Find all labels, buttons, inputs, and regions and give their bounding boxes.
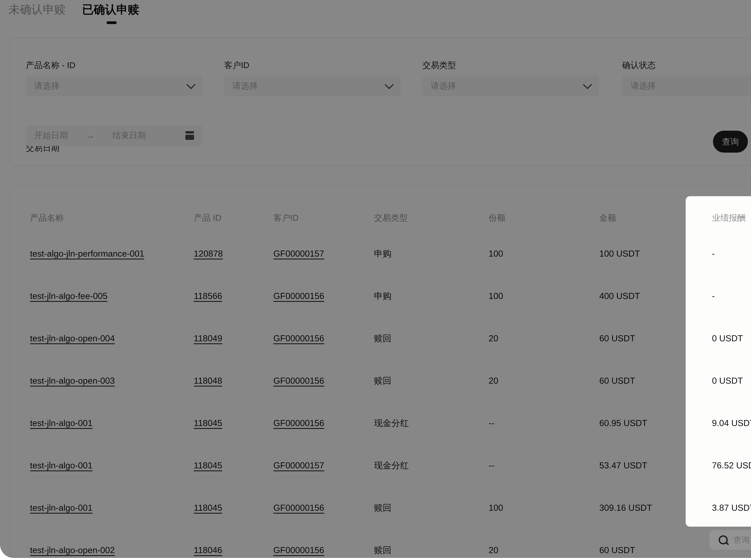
cell-performance-fee: 76.52 USDT	[712, 459, 751, 472]
cell-performance-fee: 3.87 USDT	[712, 502, 751, 514]
cell-performance-fee: 0 USDT	[712, 332, 743, 344]
quick-search-input[interactable]: 查询	[709, 530, 751, 550]
cell-performance-fee: -	[712, 247, 715, 260]
app-window: 未确认申赎 已确认申赎 产品名称 - ID 请选择 客户ID 请选择 交易类型	[0, 0, 751, 558]
screen: 未确认申赎 已确认申赎 产品名称 - ID 请选择 客户ID 请选择 交易类型	[0, 0, 751, 560]
spotlight-performance-column: 业绩报酬 --0 USDT0 USDT9.04 USDT76.52 USDT3.…	[686, 196, 751, 527]
search-icon	[719, 535, 728, 544]
cell-performance-fee: -	[712, 290, 715, 302]
cell-performance-fee: 0 USDT	[712, 375, 743, 387]
search-placeholder: 查询	[733, 535, 750, 545]
cell-performance-fee: 9.04 USDT	[712, 417, 751, 429]
header-performance-fee: 业绩报酬	[712, 212, 746, 224]
dim-overlay	[0, 0, 751, 558]
